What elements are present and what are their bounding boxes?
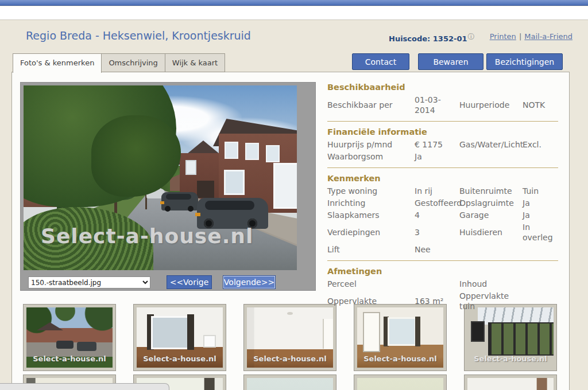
detail-label: Slaapkamers (327, 210, 415, 220)
main-photo: Select-a-house.nl (24, 85, 297, 270)
printen-link[interactable]: Printen (490, 32, 516, 41)
thumbnail-2[interactable]: Select-a-house.nl (133, 304, 226, 371)
thumbnail-8-image (247, 378, 333, 390)
detail-value: Ja (415, 151, 459, 162)
thumbnail-5-image: Select-a-house.nl (467, 307, 554, 368)
detail-value: Ja (523, 210, 559, 220)
photo-license-plate (195, 213, 200, 216)
property-details: Beschikbaarheid Beschikbaar per 01-03-20… (327, 82, 559, 311)
detail-value: 3 (415, 227, 459, 237)
detail-value: 01-03-2014 (415, 95, 459, 115)
link-separator: | (519, 32, 521, 41)
bezichtigingen-button[interactable]: Bezichtigingen (486, 53, 563, 70)
next-photo-button[interactable]: Volgende>> (223, 275, 276, 289)
thumb-curtain (415, 317, 420, 346)
huiscode-label: Huiscode: (389, 34, 430, 43)
thumb-car (56, 341, 74, 349)
photo-license-plate (160, 201, 164, 204)
huiscode-value: 1352-01 (433, 34, 467, 43)
photo-viewer: Select-a-house.nl 150.-straatbeeld.jpg <… (20, 82, 316, 291)
thumb-window (153, 318, 188, 348)
thumbnail-1-image: Select-a-house.nl (26, 307, 113, 368)
detail-value: Ja (523, 198, 559, 208)
thumbnail-9-image (357, 378, 443, 390)
detail-value: Nee (415, 244, 459, 255)
thumb-ceiling-lamp (287, 312, 293, 315)
photo-window (226, 143, 237, 158)
detail-label: Huurperiode (459, 100, 523, 110)
detail-label: Gas/Water/Licht (459, 139, 523, 150)
section-divider (327, 121, 558, 122)
thumbnail-3[interactable]: Select-a-house.nl (243, 304, 336, 371)
section-divider (327, 167, 558, 168)
photo-car (161, 192, 198, 210)
thumbnail-watermark: Select-a-house.nl (467, 354, 554, 363)
section-heading-afmetingen: Afmetingen (327, 266, 559, 276)
huiscode: Huiscode: 1352-01ⓘ (389, 32, 475, 43)
thumbnail-4-image: Select-a-house.nl (357, 307, 443, 368)
thumb-car (77, 342, 96, 351)
detail-label: Type woning (327, 186, 415, 196)
browser-status-popup (0, 383, 169, 390)
previous-photo-button[interactable]: <<Vorige (167, 275, 212, 289)
thumbnail-10[interactable] (464, 375, 557, 390)
detail-value: Gestoffeerd (415, 198, 459, 208)
detail-label: Oppervlakte (327, 296, 415, 306)
detail-label: Huisdieren (459, 227, 523, 237)
thumbnail-5[interactable]: Select-a-house.nl (464, 304, 557, 371)
info-icon[interactable]: ⓘ (468, 32, 475, 42)
thumb-curtain (187, 314, 194, 350)
detail-value: In overleg (523, 222, 559, 243)
detail-value: 4 (415, 210, 459, 220)
top-white-strip (0, 6, 588, 20)
detail-value: € 1175 (415, 139, 459, 150)
detail-value: In rij (415, 186, 459, 196)
detail-label: Inhoud (459, 279, 523, 289)
detail-value: Tuin (523, 186, 559, 196)
thumb-window (389, 319, 415, 344)
thumbnail-watermark: Select-a-house.nl (137, 354, 223, 363)
thumbnail-watermark: Select-a-house.nl (357, 354, 443, 363)
detail-value: 163 m² (415, 296, 459, 306)
mail-a-friend-link[interactable]: Mail-a-Friend (524, 32, 572, 41)
header-links: Printen|Mail-a-Friend (490, 32, 572, 41)
section-heading-kenmerken: Kenmerken (327, 173, 559, 184)
thumbnail-9[interactable] (354, 375, 447, 390)
thumbnail-2-image: Select-a-house.nl (137, 307, 223, 368)
thumb-door (323, 319, 333, 349)
thumbnail-4[interactable]: Select-a-house.nl (354, 304, 447, 371)
detail-label: Waarborgsom (327, 151, 415, 162)
photo-file-select[interactable]: 150.-straatbeeld.jpg (28, 276, 150, 288)
detail-label: Oppervlakte tuin (459, 291, 523, 311)
photo-window (187, 161, 195, 174)
thumbnail-8[interactable] (243, 375, 336, 390)
tab-fotos-kenmerken[interactable]: Foto's & kenmerken (13, 53, 102, 73)
detail-label: Opslagruimte (459, 198, 523, 208)
contact-button[interactable]: Contact (352, 53, 409, 70)
tab-omschrijving[interactable]: Omschrijving (102, 53, 165, 72)
detail-grid: Perceel Inhoud Oppervlakte 163 m² Opperv… (327, 279, 559, 311)
section-heading-beschikbaarheid: Beschikbaarheid (327, 82, 559, 92)
bewaren-button[interactable]: Bewaren (418, 53, 483, 70)
photo-bay-window (275, 165, 297, 207)
photo-car-window (205, 201, 254, 210)
photo-watermark: Select-a-house.nl (41, 224, 253, 248)
photo-car-window (166, 194, 191, 200)
detail-label: Perceel (327, 279, 415, 289)
thumbnail-watermark: Select-a-house.nl (247, 354, 333, 363)
detail-grid: Huurprijs p/mnd € 1175 Gas/Water/Licht E… (327, 139, 559, 162)
thumb-curtain (384, 317, 389, 346)
thumb-glass-doors (489, 323, 554, 354)
detail-grid: Type woning In rij Buitenruimte Tuin Inr… (327, 186, 559, 255)
detail-grid: Beschikbaar per 01-03-2014 Huurperiode N… (327, 95, 559, 115)
property-listing-page: Regio Breda - Heksenwiel, Kroontjeskruid… (0, 0, 588, 390)
photo-door (197, 181, 214, 198)
tab-wijk-kaart[interactable]: Wijk & kaart (165, 53, 225, 72)
detail-label: Verdiepingen (327, 227, 415, 237)
page-title: Regio Breda - Heksenwiel, Kroontjeskruid (26, 29, 251, 42)
thumbnail-3-image: Select-a-house.nl (247, 307, 333, 368)
top-blue-bar (0, 0, 588, 6)
thumbnail-1[interactable]: Select-a-house.nl (23, 304, 116, 371)
detail-label: Buitenruimte (459, 186, 523, 196)
detail-label: Inrichting (327, 198, 415, 208)
